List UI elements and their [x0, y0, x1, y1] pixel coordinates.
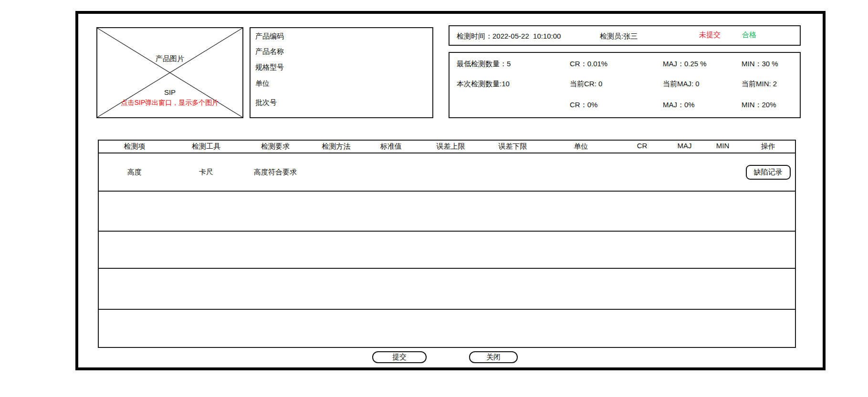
product-info-panel: 产品编码 产品名称 规格型号 单位 批次号: [250, 27, 433, 118]
col-header-upper-limit: 误差上限: [418, 142, 483, 151]
status-badge-unsubmitted: 未提交: [699, 31, 721, 40]
table-header-row: 检测项 检测工具 检测要求 检测方法 标准值 误差上限 误差下限 单位 CR M…: [99, 141, 795, 153]
current-cr: 当前CR: 0: [570, 80, 602, 89]
submit-button[interactable]: 提交: [372, 351, 427, 363]
table-row-empty: [99, 232, 795, 269]
table-row-empty: [99, 310, 795, 350]
inspection-header-bar: 检测时间：2022-05-22 10:10:00 检测员:张三 未提交 合格: [449, 25, 801, 46]
product-name-label: 产品名称: [255, 47, 284, 56]
unit-label: 单位: [255, 79, 270, 88]
col-header-standard: 标准值: [364, 142, 418, 151]
table-row: 高度 卡尺 高度符合要求 缺陷记录: [99, 153, 795, 192]
cell-requirement: 高度符合要求: [242, 168, 309, 177]
cell-item: 高度: [99, 168, 170, 177]
min-limit: MIN：30 %: [742, 60, 778, 69]
col-header-item: 检测项: [99, 142, 170, 151]
col-header-min: MIN: [704, 142, 741, 150]
col-header-cr: CR: [619, 142, 665, 150]
cell-tool: 卡尺: [170, 168, 242, 177]
table-row-empty: [99, 192, 795, 232]
inspector-name: 检测员:张三: [600, 32, 638, 41]
min-inspect-qty: 最低检测数量：5: [457, 60, 511, 69]
close-button[interactable]: 关闭: [469, 351, 518, 363]
col-header-maj: MAJ: [665, 142, 704, 150]
col-header-method: 检测方法: [309, 142, 364, 151]
spec-model-label: 规格型号: [255, 63, 284, 72]
table-row-empty: [99, 269, 795, 310]
status-badge-qualified: 合格: [742, 31, 756, 40]
inspection-time: 检测时间：2022-05-22 10:10:00: [457, 32, 561, 41]
inspection-items-table: 检测项 检测工具 检测要求 检测方法 标准值 误差上限 误差下限 单位 CR M…: [98, 140, 796, 348]
current-min: 当前MIN: 2: [742, 80, 777, 89]
cr-limit: CR：0.01%: [570, 60, 607, 69]
maj-rate: MAJ：0%: [663, 101, 695, 110]
cr-rate: CR：0%: [570, 101, 597, 110]
min-rate: MIN：20%: [742, 101, 776, 110]
product-image-label: 产品图片: [97, 54, 242, 63]
col-header-unit: 单位: [543, 142, 619, 151]
maj-limit: MAJ：0.25 %: [663, 60, 707, 69]
inspection-stats-panel: 最低检测数量：5 CR：0.01% MAJ：0.25 % MIN：30 % 本次…: [449, 52, 801, 118]
product-code-label: 产品编码: [255, 32, 284, 41]
cell-action: 缺陷记录: [741, 165, 795, 180]
col-header-lower-limit: 误差下限: [483, 142, 543, 151]
product-image-placeholder[interactable]: 产品图片 SIP 点击SIP弹出窗口，显示多个图片: [96, 27, 243, 118]
batch-no-label: 批次号: [255, 98, 277, 107]
col-header-action: 操作: [741, 142, 795, 151]
defect-record-button[interactable]: 缺陷记录: [746, 165, 791, 180]
col-header-tool: 检测工具: [170, 142, 242, 151]
sip-note: 点击SIP弹出窗口，显示多个图片: [97, 99, 242, 107]
col-header-requirement: 检测要求: [242, 142, 309, 151]
current-inspect-qty: 本次检测数量:10: [457, 80, 510, 89]
current-maj: 当前MAJ: 0: [663, 80, 700, 89]
sip-link[interactable]: SIP: [97, 88, 242, 96]
